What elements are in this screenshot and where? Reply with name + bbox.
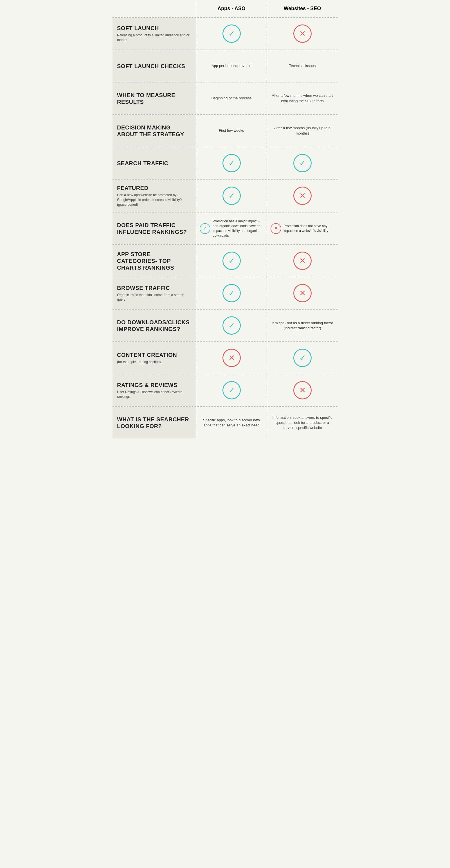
table-row: DOES PAID TRAFFIC INFLUENCE RANKINGS?✓Pr… bbox=[112, 212, 338, 244]
row-subtitle: Can a new app/website be promoted by Goo… bbox=[117, 193, 191, 207]
row-title: RATINGS & REVIEWS bbox=[117, 382, 191, 389]
cross-icon: ✕ bbox=[293, 284, 312, 302]
table-row: SEARCH TRAFFIC✓✓ bbox=[112, 147, 338, 179]
row-title: FEATURED bbox=[117, 185, 191, 191]
col2-cell-paid-traffic: ✓Promotion has a major impact - non-orga… bbox=[196, 213, 267, 244]
check-icon: ✓ bbox=[200, 223, 211, 234]
cross-icon: ✕ bbox=[293, 187, 312, 205]
table-row: DO DOWNLOADS/CLICKS IMPROVE RANKINGS?✓It… bbox=[112, 309, 338, 341]
cross-icon: ✕ bbox=[293, 252, 312, 270]
cross-icon: ✕ bbox=[293, 25, 312, 43]
table-row: APP STORE CATEGORIES- TOP CHARTS RANKING… bbox=[112, 244, 338, 277]
cross-icon: ✕ bbox=[270, 223, 281, 234]
col3-cell-searcher-looking: Information, seek answers to specific qu… bbox=[267, 407, 338, 438]
row-label-paid-traffic: DOES PAID TRAFFIC INFLUENCE RANKINGS? bbox=[112, 213, 196, 244]
col3-cell-browse-traffic: ✕ bbox=[267, 277, 338, 309]
header-col2: Apps - ASO bbox=[196, 0, 267, 17]
table-row: FEATUREDCan a new app/website be promote… bbox=[112, 179, 338, 212]
row-label-search-traffic: SEARCH TRAFFIC bbox=[112, 147, 196, 179]
col3-cell-featured: ✕ bbox=[267, 180, 338, 212]
row-label-featured: FEATUREDCan a new app/website be promote… bbox=[112, 180, 196, 212]
row-label-when-to-measure: WHEN TO MEASURE RESULTS bbox=[112, 83, 196, 114]
col3-cell-paid-traffic: ✕Promotion does not have any impact on a… bbox=[267, 213, 338, 244]
col2-cell-content-creation: ✕ bbox=[196, 342, 267, 374]
table-body: SOFT LAUNCHReleasing a product to a limi… bbox=[112, 17, 338, 438]
table-row: BROWSE TRAFFICOrganic traffic that didn'… bbox=[112, 277, 338, 309]
col3-cell-decision-making: After a few months (usually up to 6 mont… bbox=[267, 115, 338, 147]
col2-cell-downloads-clicks: ✓ bbox=[196, 310, 267, 341]
row-title: CONTENT CREATION bbox=[117, 351, 191, 358]
row-title: BROWSE TRAFFIC bbox=[117, 284, 191, 291]
row-subtitle: (for example - a blog section) bbox=[117, 360, 191, 365]
check-icon: ✓ bbox=[222, 25, 241, 43]
row-title: WHEN TO MEASURE RESULTS bbox=[117, 92, 191, 105]
col2-cell-ratings-reviews: ✓ bbox=[196, 374, 267, 406]
table-row: SOFT LAUNCH CHECKSApp performance overal… bbox=[112, 50, 338, 82]
row-label-decision-making: DECISION MAKING ABOUT THE STRATEGY bbox=[112, 115, 196, 147]
row-subtitle: Releasing a product to a limited audienc… bbox=[117, 33, 191, 42]
col2-cell-app-store-categories: ✓ bbox=[196, 245, 267, 277]
check-icon: ✓ bbox=[222, 252, 241, 270]
col3-cell-soft-launch: ✕ bbox=[267, 18, 338, 50]
check-icon: ✓ bbox=[222, 381, 241, 399]
col3-cell-soft-launch-checks: Technical issues bbox=[267, 50, 338, 82]
cross-icon: ✕ bbox=[293, 381, 312, 399]
row-title: DECISION MAKING ABOUT THE STRATEGY bbox=[117, 124, 191, 137]
check-icon: ✓ bbox=[222, 187, 241, 205]
row-title: SOFT LAUNCH bbox=[117, 25, 191, 32]
row-title: DO DOWNLOADS/CLICKS IMPROVE RANKINGS? bbox=[117, 319, 191, 332]
table-row: SOFT LAUNCHReleasing a product to a limi… bbox=[112, 17, 338, 50]
col2-cell-soft-launch-checks: App performance overall bbox=[196, 50, 267, 82]
row-title: SOFT LAUNCH CHECKS bbox=[117, 63, 191, 69]
table-row: RATINGS & REVIEWSUser Ratings & Reviews … bbox=[112, 374, 338, 406]
cross-icon: ✕ bbox=[222, 349, 241, 367]
check-icon: ✓ bbox=[293, 349, 312, 367]
table-row: WHEN TO MEASURE RESULTSBeginning of the … bbox=[112, 82, 338, 114]
col2-cell-browse-traffic: ✓ bbox=[196, 277, 267, 309]
header-col1 bbox=[112, 0, 196, 17]
row-subtitle: Organic traffic that didn't come from a … bbox=[117, 293, 191, 302]
table-row: DECISION MAKING ABOUT THE STRATEGYFirst … bbox=[112, 114, 338, 147]
row-label-downloads-clicks: DO DOWNLOADS/CLICKS IMPROVE RANKINGS? bbox=[112, 310, 196, 341]
row-label-ratings-reviews: RATINGS & REVIEWSUser Ratings & Reviews … bbox=[112, 374, 196, 406]
col2-cell-featured: ✓ bbox=[196, 180, 267, 212]
table-row: CONTENT CREATION(for example - a blog se… bbox=[112, 341, 338, 374]
check-icon: ✓ bbox=[222, 154, 241, 172]
table-row: WHAT IS THE SEARCHER LOOKING FOR?Specifi… bbox=[112, 406, 338, 438]
row-subtitle: User Ratings & Reviews can affect keywor… bbox=[117, 390, 191, 399]
check-icon: ✓ bbox=[222, 316, 241, 335]
check-icon: ✓ bbox=[293, 154, 312, 172]
col2-cell-searcher-looking: Specific apps, look to discover new apps… bbox=[196, 407, 267, 438]
col3-cell-content-creation: ✓ bbox=[267, 342, 338, 374]
col3-cell-ratings-reviews: ✕ bbox=[267, 374, 338, 406]
col3-cell-app-store-categories: ✕ bbox=[267, 245, 338, 277]
col3-cell-downloads-clicks: It might - not as a direct ranking facto… bbox=[267, 310, 338, 341]
row-label-app-store-categories: APP STORE CATEGORIES- TOP CHARTS RANKING… bbox=[112, 245, 196, 277]
col2-cell-search-traffic: ✓ bbox=[196, 147, 267, 179]
check-icon: ✓ bbox=[222, 284, 241, 302]
col2-cell-when-to-measure: Beginning of the process bbox=[196, 83, 267, 114]
header-col3: Websites - SEO bbox=[267, 0, 338, 17]
col2-cell-soft-launch: ✓ bbox=[196, 18, 267, 50]
row-title: APP STORE CATEGORIES- TOP CHARTS RANKING… bbox=[117, 251, 191, 271]
row-title: WHAT IS THE SEARCHER LOOKING FOR? bbox=[117, 416, 191, 430]
col3-cell-when-to-measure: After a few months when we can start eva… bbox=[267, 83, 338, 114]
row-label-searcher-looking: WHAT IS THE SEARCHER LOOKING FOR? bbox=[112, 407, 196, 438]
row-label-content-creation: CONTENT CREATION(for example - a blog se… bbox=[112, 342, 196, 374]
row-label-soft-launch-checks: SOFT LAUNCH CHECKS bbox=[112, 50, 196, 82]
col3-cell-search-traffic: ✓ bbox=[267, 147, 338, 179]
row-title: SEARCH TRAFFIC bbox=[117, 160, 191, 166]
col2-cell-decision-making: First few weeks bbox=[196, 115, 267, 147]
table-header: Apps - ASO Websites - SEO bbox=[112, 0, 338, 17]
row-label-soft-launch: SOFT LAUNCHReleasing a product to a limi… bbox=[112, 18, 196, 50]
row-title: DOES PAID TRAFFIC INFLUENCE RANKINGS? bbox=[117, 222, 191, 235]
row-label-browse-traffic: BROWSE TRAFFICOrganic traffic that didn'… bbox=[112, 277, 196, 309]
